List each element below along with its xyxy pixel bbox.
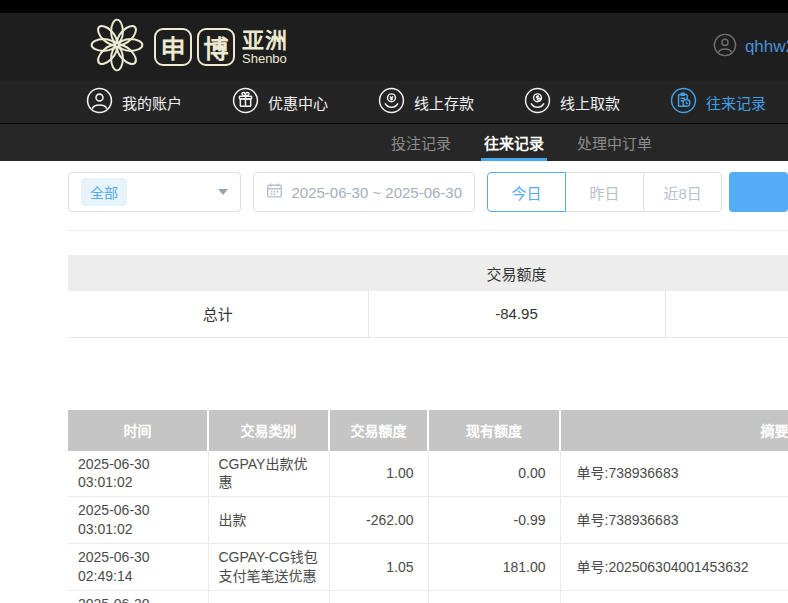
account-icon [86, 87, 113, 117]
summary-table: 交易额度 现有额度 总计 -84.95 [68, 255, 788, 338]
yesterday-button-label: 昨日 [590, 182, 620, 203]
nav-item-promo-center[interactable]: 优惠中心 [232, 87, 328, 117]
filter-row: 全部 2025-06-30 ~ 2025-06-30 今日 昨日 近8日 [68, 172, 788, 212]
records-header-summary: 摘要 [560, 410, 788, 451]
quick-range-group: 今日 昨日 近8日 [487, 172, 722, 212]
summary-total-row: 总计 -84.95 [68, 291, 788, 337]
nav-item-online-withdraw[interactable]: 线上取款 [524, 87, 620, 117]
summary-header-empty [68, 255, 368, 291]
nav-item-online-deposit[interactable]: 线上存款 [378, 87, 474, 117]
summary-header-amount: 交易额度 [368, 255, 665, 291]
cell-amount: -262.00 [329, 497, 428, 544]
logo-region-text: 亚洲 [242, 29, 288, 52]
subnav-item-pending-orders[interactable]: 处理中订单 [574, 124, 655, 161]
summary-total-amount: -84.95 [368, 291, 665, 337]
nav-item-my-account[interactable]: 我的账户 [86, 87, 182, 117]
today-button[interactable]: 今日 [487, 172, 566, 212]
records-header-type: 交易类别 [208, 410, 329, 451]
summary-total-label: 总计 [68, 291, 368, 337]
cell-type: CGPAY支付 [208, 590, 329, 603]
cell-summary: 单号:202506304001453632 [560, 590, 788, 603]
nav-item-label: 线上存款 [414, 92, 474, 113]
records-header-amount: 交易额度 [329, 410, 428, 451]
logo-subtitle: Shenbo [242, 52, 288, 66]
records-icon [670, 87, 697, 117]
last-8-days-button-label: 近8日 [663, 182, 701, 203]
cell-summary: 单号:202506304001453632 [560, 544, 788, 591]
yesterday-button[interactable]: 昨日 [565, 172, 644, 212]
subnav-label: 处理中订单 [577, 132, 652, 153]
summary-total-balance [665, 291, 788, 337]
table-row: 2025-06-30 02:49:14 CGPAY-CG钱包支付笔笔送优惠 1.… [68, 544, 788, 591]
summary-header-balance: 现有额度 [665, 255, 788, 291]
user-info[interactable]: qhhw2 [713, 33, 788, 61]
cell-time: 2025-06-30 02:49:14 [68, 544, 208, 591]
main-nav: 我的账户 优惠中心 线上存款 [0, 81, 788, 123]
table-row: 2025-06-30 02:49:14 CGPAY支付 175.00 179.9… [68, 590, 788, 603]
page-content: 全部 2025-06-30 ~ 2025-06-30 今日 昨日 近8日 [0, 161, 788, 603]
subnav-item-betting-records[interactable]: 投注记录 [388, 124, 454, 161]
cell-type: CGPAY-CG钱包支付笔笔送优惠 [208, 544, 329, 591]
cell-balance: -0.99 [428, 497, 560, 544]
cell-amount: 175.00 [329, 590, 428, 603]
nav-item-transaction-records[interactable]: 往来记录 [670, 87, 766, 117]
cell-balance: 181.00 [428, 544, 560, 591]
today-button-label: 今日 [512, 182, 542, 203]
promo-icon [232, 87, 259, 117]
cell-balance: 179.95 [428, 590, 560, 603]
subnav-item-transaction-records[interactable]: 往来记录 [481, 124, 547, 161]
cell-time: 2025-06-30 02:49:14 [68, 590, 208, 603]
calendar-icon [266, 182, 283, 202]
records-header-time: 时间 [68, 410, 208, 451]
cell-amount: 1.05 [329, 544, 428, 591]
records-header-row: 时间 交易类别 交易额度 现有额度 摘要 [68, 410, 788, 451]
cell-amount: 1.00 [329, 451, 428, 497]
date-range-input[interactable]: 2025-06-30 ~ 2025-06-30 [253, 172, 476, 212]
nav-item-label: 往来记录 [706, 92, 766, 113]
date-range-value: 2025-06-30 ~ 2025-06-30 [292, 184, 463, 201]
divider [68, 230, 788, 231]
cell-type: 出款 [208, 497, 329, 544]
last-8-days-button[interactable]: 近8日 [643, 172, 722, 212]
site-logo[interactable]: 申 博 亚洲 Shenbo [88, 16, 288, 78]
top-strip [0, 0, 788, 13]
nav-item-label: 我的账户 [122, 92, 182, 113]
logo-char-bo: 博 [197, 28, 235, 66]
nav-item-label: 线上取款 [560, 92, 620, 113]
cell-time: 2025-06-30 03:01:02 [68, 451, 208, 497]
cell-type: CGPAY出款优惠 [208, 451, 329, 497]
deposit-icon [378, 87, 405, 117]
subnav-label: 投注记录 [391, 132, 451, 153]
cell-balance: 0.00 [428, 451, 560, 497]
type-select-value: 全部 [81, 178, 127, 206]
nav-item-label: 优惠中心 [268, 92, 328, 113]
cell-summary: 单号:738936683 [560, 497, 788, 544]
chevron-down-icon [218, 189, 228, 195]
subnav-label: 往来记录 [484, 132, 544, 153]
user-avatar-icon [713, 33, 737, 61]
username-text[interactable]: qhhw2 [745, 37, 788, 57]
flower-logo-icon [88, 16, 146, 78]
type-select[interactable]: 全部 [68, 172, 241, 212]
sub-nav: 投注记录 往来记录 处理中订单 [0, 123, 788, 161]
table-row: 2025-06-30 03:01:02 出款 -262.00 -0.99 单号:… [68, 497, 788, 544]
withdraw-icon [524, 87, 551, 117]
records-header-balance: 现有额度 [428, 410, 560, 451]
site-header: 申 博 亚洲 Shenbo qhhw2 [0, 13, 788, 81]
cell-time: 2025-06-30 03:01:02 [68, 497, 208, 544]
summary-header-row: 交易额度 现有额度 [68, 255, 788, 291]
cell-summary: 单号:738936683 [560, 451, 788, 497]
records-table: 时间 交易类别 交易额度 现有额度 摘要 2025-06-30 03:01:02… [68, 410, 788, 603]
search-button[interactable] [729, 172, 788, 212]
logo-char-shen: 申 [154, 28, 192, 66]
table-row: 2025-06-30 03:01:02 CGPAY出款优惠 1.00 0.00 … [68, 451, 788, 497]
